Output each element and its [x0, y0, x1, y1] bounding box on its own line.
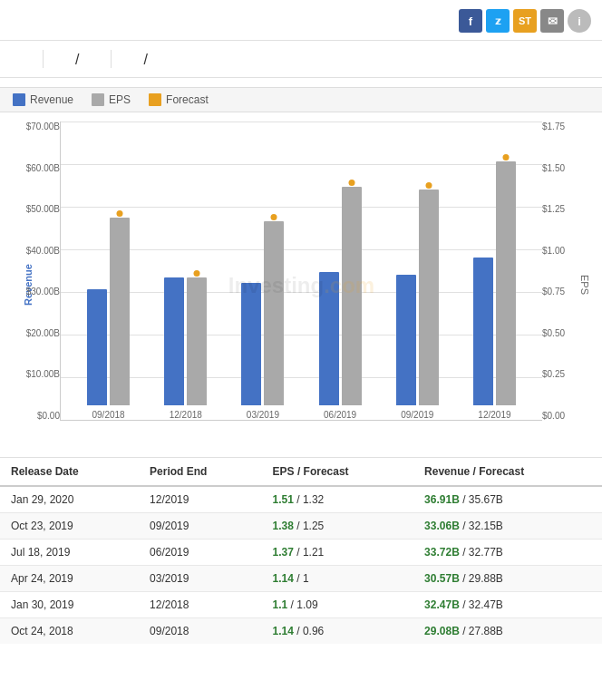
x-label-2: 03/2019	[247, 410, 279, 420]
cell-period-4: 12/2018	[139, 592, 261, 618]
eps-bar-1	[187, 277, 207, 405]
revenue-bar-2	[241, 283, 261, 405]
cell-release-4: Jan 30, 2019	[0, 592, 139, 618]
chart-section: Revenue EPS Forecast Revenue EPS $70.00B…	[0, 78, 602, 458]
revenue-value: /	[143, 52, 147, 68]
revenue-separator: /	[143, 52, 147, 67]
forecast-dot-2	[271, 214, 277, 220]
bar-group-5: 12/2019	[456, 122, 533, 420]
table-header-row: Release Date Period End EPS / Forecast R…	[0, 458, 602, 486]
y-left-label-2: $20.00B	[26, 328, 60, 338]
y-right-label-0: $0.00	[542, 411, 565, 421]
y-left-label-3: $30.00B	[26, 287, 60, 297]
y-right-label-2: $0.50	[542, 328, 565, 338]
eps-bar-0	[110, 218, 130, 405]
revenue-bar-1	[164, 277, 184, 405]
table-row: Apr 24, 2019 03/2019 1.14 / 1 30.57B / 2…	[0, 566, 602, 592]
x-label-1: 12/2018	[170, 410, 202, 420]
y-right-label-6: $1.50	[542, 163, 565, 173]
y-left-label-4: $40.00B	[26, 246, 60, 256]
cell-release-0: Jan 29, 2020	[0, 486, 139, 513]
bar-group-2: 03/2019	[224, 122, 301, 420]
table-row: Jul 18, 2019 06/2019 1.37 / 1.21 33.72B …	[0, 540, 602, 566]
cell-period-1: 09/2019	[139, 513, 261, 540]
legend-eps-color	[92, 93, 104, 106]
eps-value: /	[75, 52, 79, 68]
eps-bar-4	[419, 190, 439, 405]
legend-forecast-label: Forecast	[166, 93, 209, 106]
eps-separator: /	[75, 52, 79, 67]
social-icons: f 𝕫 ST ✉ i	[459, 9, 591, 33]
x-label-5: 12/2019	[478, 410, 510, 420]
table-row: Oct 23, 2019 09/2019 1.38 / 1.25 33.06B …	[0, 513, 602, 540]
table-row: Oct 24, 2018 09/2018 1.14 / 0.96 29.08B …	[0, 618, 602, 645]
y-right-label-7: $1.75	[542, 122, 565, 131]
bar-group-0: 09/2018	[70, 122, 147, 420]
divider-2	[111, 50, 112, 68]
y-left-label-6: $60.00B	[26, 163, 60, 173]
y-right-label-5: $1.25	[542, 204, 565, 214]
bar-group-1: 12/2018	[147, 122, 224, 420]
bar-group-3: 06/2019	[302, 122, 379, 420]
cell-revenue-0: 36.91B / 35.67B	[413, 486, 602, 513]
col-eps-forecast: EPS / Forecast	[262, 458, 414, 486]
cell-period-3: 03/2019	[139, 566, 261, 592]
chart-legend: Revenue EPS Forecast	[0, 87, 602, 112]
twitter-icon[interactable]: 𝕫	[486, 9, 510, 33]
legend-eps-label: EPS	[109, 93, 131, 106]
cell-revenue-2: 33.72B / 32.77B	[413, 540, 602, 566]
cell-release-2: Jul 18, 2019	[0, 540, 139, 566]
y-axis-right: $1.75 $1.50 $1.25 $1.00 $0.75 $0.50 $0.2…	[542, 122, 582, 421]
bar-group-4: 09/2019	[379, 122, 456, 420]
x-label-0: 09/2018	[92, 410, 125, 420]
st-icon[interactable]: ST	[513, 9, 537, 33]
cell-revenue-5: 29.08B / 27.88B	[413, 618, 602, 645]
y-right-label-4: $1.00	[542, 246, 565, 256]
eps-bar-2	[264, 221, 284, 405]
cell-revenue-3: 30.57B / 29.88B	[413, 566, 602, 592]
cell-release-1: Oct 23, 2019	[0, 513, 139, 540]
legend-revenue: Revenue	[13, 93, 73, 106]
y-left-label-0: $0.00	[37, 411, 60, 421]
y-axis-left: $70.00B $60.00B $50.00B $40.00B $30.00B …	[20, 122, 60, 421]
bar-groups: 09/2018 12/2018	[61, 122, 542, 420]
cell-release-3: Apr 24, 2019	[0, 566, 139, 592]
col-revenue-forecast: Revenue / Forecast	[413, 458, 602, 486]
forecast-dot-1	[194, 270, 200, 277]
legend-revenue-color	[13, 93, 25, 106]
eps-block: /	[75, 50, 79, 68]
legend-forecast-color	[149, 93, 161, 106]
bars-area: Investing.com 09/2018	[60, 122, 542, 421]
page-header: f 𝕫 ST ✉ i	[0, 0, 602, 41]
cell-eps-3: 1.14 / 1	[262, 566, 414, 592]
y-left-label-5: $50.00B	[26, 204, 60, 214]
chart-area: Revenue EPS $70.00B $60.00B $50.00B $40.…	[0, 112, 602, 457]
forecast-dot-5	[502, 154, 509, 160]
x-label-4: 09/2019	[401, 410, 433, 420]
cell-eps-5: 1.14 / 0.96	[262, 618, 414, 645]
cell-period-0: 12/2019	[139, 486, 261, 513]
legend-eps: EPS	[92, 93, 131, 106]
y-right-label-1: $0.25	[542, 369, 565, 379]
facebook-icon[interactable]: f	[459, 9, 482, 33]
col-period-end: Period End	[139, 458, 261, 486]
eps-bar-5	[496, 161, 516, 405]
earnings-table-section: Release Date Period End EPS / Forecast R…	[0, 458, 602, 644]
cell-eps-1: 1.38 / 1.25	[262, 513, 414, 540]
revenue-bar-0	[87, 289, 107, 405]
eps-bar-3	[342, 187, 362, 405]
info-icon[interactable]: i	[568, 9, 591, 33]
revenue-bar-3	[319, 272, 339, 405]
legend-forecast: Forecast	[149, 93, 209, 106]
revenue-bar-4	[396, 275, 416, 405]
stats-bar: / /	[0, 41, 602, 78]
earnings-table: Release Date Period End EPS / Forecast R…	[0, 458, 602, 644]
cell-period-5: 09/2018	[139, 618, 261, 645]
table-row: Jan 29, 2020 12/2019 1.51 / 1.32 36.91B …	[0, 486, 602, 513]
mail-icon[interactable]: ✉	[540, 9, 564, 33]
col-release-date: Release Date	[0, 458, 139, 486]
forecast-dot-0	[117, 210, 123, 217]
revenue-bar-5	[473, 258, 493, 405]
cell-revenue-4: 32.47B / 32.47B	[413, 592, 602, 618]
cell-period-2: 06/2019	[139, 540, 261, 566]
